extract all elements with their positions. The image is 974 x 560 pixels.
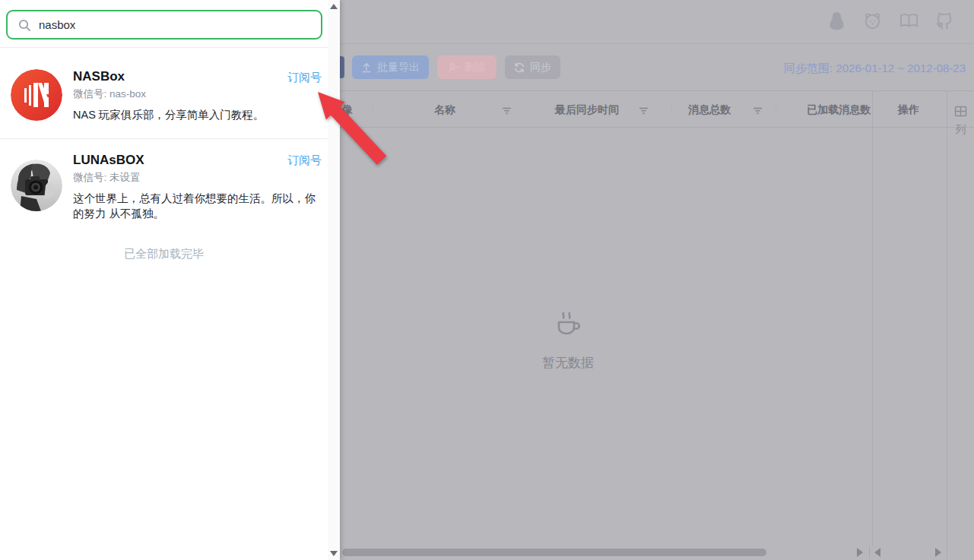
columns-grid-icon bbox=[953, 104, 968, 119]
avatar-nasbox bbox=[11, 69, 62, 121]
scrollbar-divider bbox=[869, 546, 870, 558]
column-settings-toggle[interactable]: 列 bbox=[947, 90, 974, 151]
sync-range-text: 同步范围: 2026-01-12 ~ 2012-08-23 bbox=[784, 62, 966, 76]
filter-icon[interactable] bbox=[502, 105, 512, 115]
search-result-lunasbox[interactable]: LUNAsBOX 订阅号 微信号: 未设置 这个世界上，总有人过着你想要的生活。… bbox=[0, 140, 328, 231]
column-divider bbox=[776, 104, 776, 115]
panel-scrollbar[interactable] bbox=[328, 0, 340, 560]
search-input[interactable] bbox=[39, 18, 321, 31]
column-panel-border bbox=[947, 90, 947, 558]
avatar-lunasbox bbox=[11, 160, 62, 211]
result-description: NAS 玩家俱乐部，分享简单入门教程。 bbox=[73, 107, 324, 122]
sync-label: 同步 bbox=[530, 61, 551, 74]
column-header-name[interactable]: 名称 bbox=[409, 103, 481, 117]
horizontal-scrollbar-thumb[interactable] bbox=[342, 549, 766, 556]
search-icon bbox=[17, 18, 31, 32]
fixed-scroll-right-arrow[interactable] bbox=[935, 548, 941, 557]
result-description: 这个世界上，总有人过着你想要的生活。所以，你的努力 从不孤独。 bbox=[73, 191, 324, 221]
column-header-operations[interactable]: 操作 bbox=[882, 103, 935, 117]
batch-export-label: 批量导出 bbox=[377, 61, 420, 74]
search-box bbox=[6, 10, 322, 40]
filter-icon[interactable] bbox=[639, 105, 649, 115]
app-window: 批量导出 删除 同步 同步范围: 2026-01-12 ~ 2012-08-23… bbox=[0, 0, 974, 560]
fixed-column-border bbox=[872, 90, 873, 546]
column-divider bbox=[373, 104, 373, 115]
fixed-scroll-left-arrow[interactable] bbox=[874, 548, 880, 557]
scroll-up-arrow[interactable] bbox=[330, 4, 338, 9]
divider bbox=[0, 138, 328, 139]
book-icon[interactable] bbox=[899, 11, 919, 31]
delete-button[interactable]: 删除 bbox=[437, 55, 497, 79]
search-results-panel: NASBox 订阅号 微信号: nas-box NAS 玩家俱乐部，分享简单入门… bbox=[0, 0, 340, 560]
divider bbox=[0, 47, 328, 48]
coffee-cup-icon bbox=[551, 310, 585, 343]
hidden-primary-button-edge[interactable] bbox=[340, 56, 344, 78]
column-panel-label: 列 bbox=[947, 123, 974, 137]
filter-icon[interactable] bbox=[753, 105, 763, 115]
result-name: LUNAsBOX bbox=[73, 153, 144, 168]
qq-penguin-icon[interactable] bbox=[826, 11, 847, 31]
batch-export-button[interactable]: 批量导出 bbox=[352, 55, 429, 79]
sync-icon bbox=[514, 62, 525, 73]
delete-label: 删除 bbox=[465, 61, 486, 74]
sync-button[interactable]: 同步 bbox=[505, 55, 560, 79]
column-header-last-sync[interactable]: 最后同步时间 bbox=[540, 103, 634, 117]
empty-text: 暂无数据 bbox=[507, 354, 629, 372]
user-minus-icon bbox=[449, 62, 459, 73]
search-result-nasbox[interactable]: NASBox 订阅号 微信号: nas-box NAS 玩家俱乐部，分享简单入门… bbox=[0, 57, 328, 138]
scroll-down-arrow[interactable] bbox=[330, 551, 338, 556]
result-name: NASBox bbox=[73, 69, 125, 84]
column-header-message-count[interactable]: 消息总数 bbox=[671, 103, 747, 117]
column-header-avatar[interactable]: 像 bbox=[339, 103, 356, 117]
subscribe-badge-link[interactable]: 订阅号 bbox=[285, 153, 322, 168]
pet-face-icon[interactable] bbox=[862, 11, 883, 31]
upload-icon bbox=[361, 62, 372, 73]
all-loaded-text: 已全部加载完毕 bbox=[0, 247, 328, 261]
table-empty-state: 暂无数据 bbox=[507, 310, 629, 372]
scroll-right-arrow[interactable] bbox=[857, 548, 863, 557]
result-wechat-id: 微信号: 未设置 bbox=[73, 171, 141, 185]
result-wechat-id: 微信号: nas-box bbox=[73, 87, 146, 101]
github-icon[interactable] bbox=[934, 11, 955, 31]
subscribe-badge-link[interactable]: 订阅号 bbox=[285, 71, 322, 85]
column-header-loaded-count[interactable]: 已加载消息数 bbox=[802, 103, 875, 117]
